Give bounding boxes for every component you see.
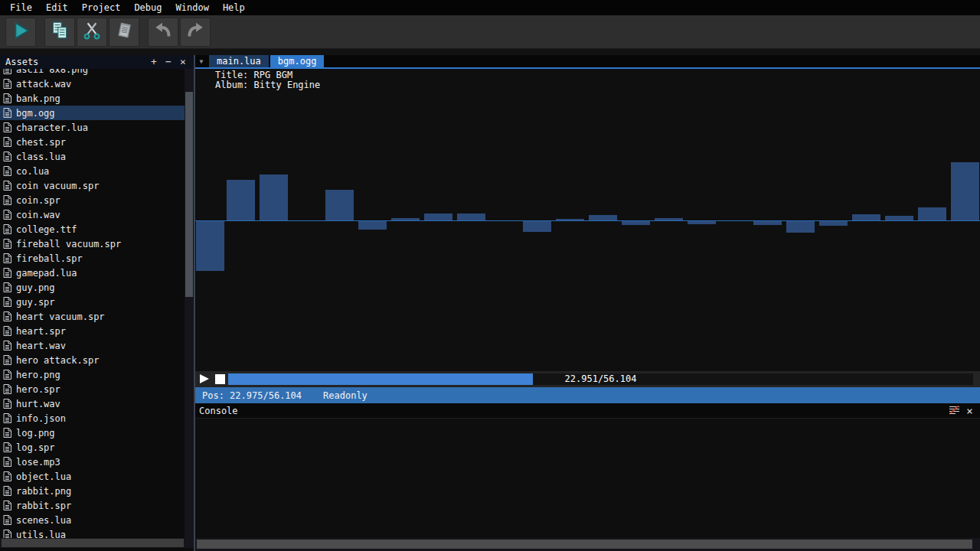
list-item[interactable]: bgm.ogg	[0, 106, 185, 120]
list-item[interactable]: log.png	[0, 425, 185, 440]
file-name: ascii 8x8.png	[16, 69, 88, 75]
list-item[interactable]: ascii 8x8.png	[0, 69, 185, 77]
list-item[interactable]: info.json	[0, 411, 185, 425]
file-name: character.lua	[16, 122, 88, 133]
list-item[interactable]: fireball vacuum.spr	[0, 236, 185, 251]
console-title: Console	[199, 406, 946, 416]
file-name: log.png	[16, 428, 55, 439]
list-item[interactable]: hero.png	[0, 367, 185, 382]
list-item[interactable]: coin.spr	[0, 193, 185, 207]
file-icon	[3, 108, 11, 118]
waveform-bar	[227, 180, 255, 220]
console-close-button[interactable]: ×	[963, 405, 976, 417]
list-item[interactable]: fireball.spr	[0, 251, 185, 266]
list-item[interactable]: hero attack.spr	[0, 353, 185, 367]
file-icon	[3, 355, 11, 365]
menu-item-window[interactable]: Window	[169, 0, 216, 15]
list-item[interactable]: class.lua	[0, 149, 185, 164]
file-icon	[3, 166, 11, 176]
list-item[interactable]: log.spr	[0, 440, 185, 455]
menu-item-file[interactable]: File	[3, 0, 39, 15]
waveform-bar	[260, 174, 288, 220]
assets-close-button[interactable]: ×	[178, 55, 188, 69]
redo-button[interactable]	[180, 18, 211, 47]
play-button[interactable]	[200, 374, 209, 383]
assets-vertical-scrollbar-thumb[interactable]	[185, 92, 193, 297]
file-name: hero.spr	[16, 384, 60, 395]
menu-item-project[interactable]: Project	[75, 0, 128, 15]
stop-button[interactable]	[215, 374, 225, 384]
seek-bar[interactable]: 22.951/56.104	[228, 373, 973, 385]
undo-button[interactable]	[148, 18, 178, 47]
file-icon	[3, 181, 11, 191]
assets-panel-header: Assets + − ×	[0, 55, 194, 69]
file-icon	[3, 399, 11, 409]
editor-horizontal-scrollbar[interactable]	[195, 538, 980, 551]
status-position-label: Pos: 22.975/56.104	[202, 390, 302, 401]
tab-list-dropdown[interactable]: ▼	[195, 55, 207, 67]
tab-bgm-ogg[interactable]: bgm.ogg	[270, 55, 325, 67]
list-item[interactable]: rabbit.spr	[0, 498, 185, 513]
assets-horizontal-scrollbar[interactable]	[0, 538, 194, 548]
list-item[interactable]: scenes.lua	[0, 513, 185, 527]
run-button[interactable]	[5, 18, 36, 47]
list-item[interactable]: rabbit.png	[0, 484, 185, 498]
list-item[interactable]: utils.lua	[0, 527, 185, 538]
assets-file-list: ascii 8x8.pngattack.wavbank.pngbgm.oggch…	[0, 69, 185, 538]
undo-icon	[153, 21, 173, 43]
file-icon	[3, 428, 11, 438]
copy-icon	[50, 21, 70, 43]
assets-collapse-button[interactable]: −	[163, 55, 174, 69]
list-item[interactable]: hero.spr	[0, 382, 185, 396]
cut-button[interactable]	[77, 18, 107, 47]
tab-main-lua[interactable]: main.lua	[209, 55, 269, 67]
file-icon	[3, 530, 11, 538]
waveform-bar	[457, 214, 485, 220]
file-name: lose.mp3	[16, 457, 60, 468]
copy-button[interactable]	[44, 18, 75, 47]
file-icon	[3, 210, 11, 220]
list-item[interactable]: chest.spr	[0, 135, 185, 149]
list-item[interactable]: object.lua	[0, 469, 185, 484]
list-item[interactable]: heart vacuum.spr	[0, 309, 185, 324]
file-icon	[3, 253, 11, 263]
file-icon	[3, 384, 11, 394]
waveform-bar	[655, 218, 683, 220]
paste-icon	[114, 21, 134, 43]
file-name: rabbit.spr	[16, 500, 71, 511]
list-item[interactable]: coin vacuum.spr	[0, 178, 185, 193]
list-item[interactable]: gamepad.lua	[0, 266, 185, 280]
console-output[interactable]	[195, 418, 980, 538]
waveform-bar	[852, 214, 880, 220]
list-item[interactable]: hurt.wav	[0, 396, 185, 411]
file-icon	[3, 137, 11, 147]
list-item[interactable]: guy.png	[0, 280, 185, 295]
list-item[interactable]: attack.wav	[0, 77, 185, 91]
list-item[interactable]: college.ttf	[0, 222, 185, 236]
status-bar: Pos: 22.975/56.104 Readonly	[195, 387, 980, 403]
assets-horizontal-scrollbar-thumb[interactable]	[2, 539, 184, 547]
console-header: Console ×	[195, 403, 980, 418]
list-item[interactable]: heart.wav	[0, 338, 185, 353]
file-icon	[3, 282, 11, 292]
list-item[interactable]: guy.spr	[0, 295, 185, 309]
menu-item-edit[interactable]: Edit	[39, 0, 75, 15]
paste-button[interactable]	[109, 18, 139, 47]
list-item[interactable]: character.lua	[0, 120, 185, 135]
editor-area: ▼ main.luabgm.ogg Title: RPG BGM Album: …	[195, 55, 980, 551]
redo-icon	[185, 21, 205, 43]
assets-add-button[interactable]: +	[149, 55, 159, 69]
waveform-bar	[358, 221, 387, 230]
list-item[interactable]: co.lua	[0, 164, 185, 178]
assets-vertical-scrollbar[interactable]	[185, 69, 194, 538]
list-item[interactable]: coin.wav	[0, 207, 185, 222]
list-item[interactable]: bank.png	[0, 91, 185, 106]
menu-item-help[interactable]: Help	[216, 0, 252, 15]
menu-item-debug[interactable]: Debug	[127, 0, 168, 15]
list-item[interactable]: lose.mp3	[0, 455, 185, 469]
console-clear-button[interactable]	[948, 405, 961, 417]
editor-horizontal-scrollbar-thumb[interactable]	[197, 540, 972, 549]
toolbar	[0, 15, 980, 49]
assets-panel-title: Assets	[5, 57, 145, 67]
list-item[interactable]: heart.spr	[0, 324, 185, 338]
